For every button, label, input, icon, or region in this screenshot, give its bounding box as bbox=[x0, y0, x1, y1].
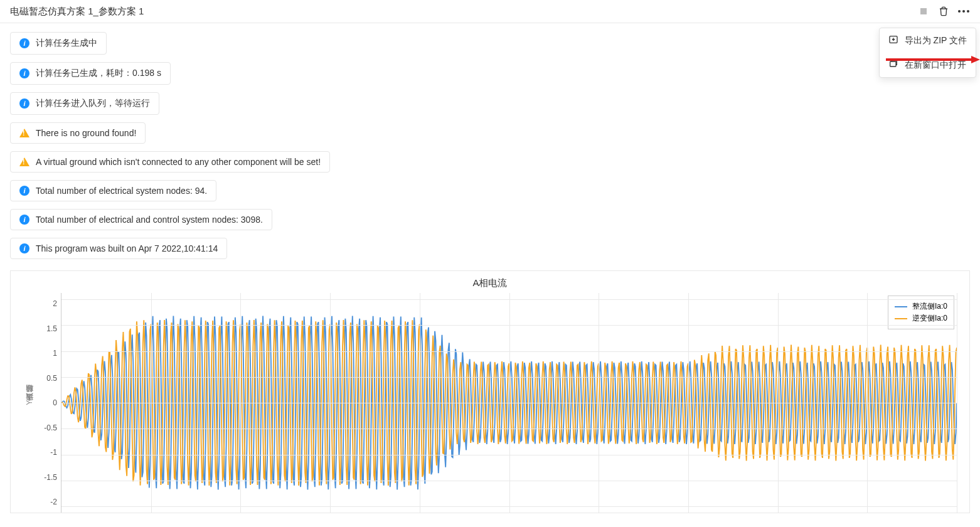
chart-title: A相电流 bbox=[23, 277, 957, 289]
plot-area[interactable]: 整流侧Ia:0 逆变侧Ia:0 bbox=[61, 293, 957, 513]
info-icon: i bbox=[19, 38, 29, 48]
grid-line-v bbox=[957, 293, 957, 513]
warning-icon bbox=[19, 129, 29, 137]
y-tick: 2 bbox=[53, 299, 57, 308]
message-pill: iTotal number of electrical system nodes… bbox=[10, 180, 216, 201]
grid-line-v bbox=[778, 293, 779, 513]
warning-icon bbox=[19, 157, 29, 166]
y-tick: -0.5 bbox=[44, 423, 57, 432]
chart-area: 点击输入 Y 轴标题 21.510.50-0.5-1-1.5-2 整流侧Ia:0… bbox=[23, 293, 957, 513]
svg-point-2 bbox=[962, 10, 965, 13]
header-actions bbox=[917, 5, 970, 18]
legend-item-1[interactable]: 逆变侧Ia:0 bbox=[895, 313, 947, 324]
legend-label-0: 整流侧Ia:0 bbox=[912, 301, 947, 312]
export-icon bbox=[888, 35, 898, 46]
y-tick: 1 bbox=[53, 349, 57, 358]
chart-legend: 整流侧Ia:0 逆变侧Ia:0 bbox=[888, 295, 954, 329]
message-text: 计算任务已生成，耗时：0.198 s bbox=[36, 68, 161, 79]
export-zip-label: 导出为 ZIP 文件 bbox=[905, 35, 967, 46]
grid-line-v bbox=[867, 293, 868, 513]
legend-swatch-0 bbox=[895, 306, 907, 307]
svg-point-1 bbox=[958, 10, 961, 13]
legend-label-1: 逆变侧Ia:0 bbox=[912, 313, 947, 324]
legend-item-0[interactable]: 整流侧Ia:0 bbox=[895, 301, 947, 312]
message-text: 计算任务生成中 bbox=[36, 38, 97, 49]
delete-icon[interactable] bbox=[937, 5, 950, 18]
info-icon: i bbox=[19, 215, 29, 225]
message-pill: i计算任务生成中 bbox=[10, 32, 107, 55]
y-tick: -1 bbox=[50, 448, 57, 457]
message-text: Total number of electrical and control s… bbox=[36, 215, 263, 225]
grid-line-v bbox=[330, 293, 331, 513]
message-text: There is no ground found! bbox=[36, 128, 136, 138]
messages-list: i计算任务生成中i计算任务已生成，耗时：0.198 si计算任务进入队列，等待运… bbox=[10, 32, 970, 267]
message-pill: iThis program was built on Apr 7 2022,10… bbox=[10, 238, 227, 259]
page-title: 电磁暂态仿真方案 1_参数方案 1 bbox=[10, 6, 144, 18]
message-text: 计算任务进入队列，等待运行 bbox=[36, 98, 150, 109]
message-pill: iTotal number of electrical and control … bbox=[10, 209, 272, 230]
y-tick: -2 bbox=[50, 498, 57, 506]
message-text: This program was built on Apr 7 2022,10:… bbox=[36, 243, 218, 253]
info-icon: i bbox=[19, 68, 29, 78]
more-dropdown: 导出为 ZIP 文件 在新窗口中打开 bbox=[879, 28, 976, 78]
legend-swatch-1 bbox=[895, 318, 907, 319]
export-zip-item[interactable]: 导出为 ZIP 文件 bbox=[880, 28, 976, 53]
y-axis-label[interactable]: 点击输入 Y 轴标题 bbox=[23, 293, 36, 513]
open-new-window-label: 在新窗口中打开 bbox=[905, 60, 966, 71]
content-area: i计算任务生成中i计算任务已生成，耗时：0.198 si计算任务进入队列，等待运… bbox=[0, 23, 980, 522]
message-pill: A virtual ground which isn't connected t… bbox=[10, 151, 330, 173]
y-tick: 0 bbox=[53, 398, 57, 407]
y-tick: 0.5 bbox=[46, 374, 57, 383]
grid-line-v bbox=[509, 293, 510, 513]
chart-panel: A相电流 点击输入 Y 轴标题 21.510.50-0.5-1-1.5-2 整流… bbox=[10, 270, 970, 513]
info-icon: i bbox=[19, 186, 29, 196]
svg-rect-5 bbox=[890, 61, 895, 67]
new-window-icon bbox=[888, 59, 898, 71]
y-axis-ticks: 21.510.50-0.5-1-1.5-2 bbox=[36, 293, 61, 513]
y-tick: 1.5 bbox=[46, 324, 57, 333]
grid-line-v bbox=[240, 293, 241, 513]
svg-rect-0 bbox=[920, 8, 927, 14]
message-text: Total number of electrical system nodes:… bbox=[36, 186, 207, 196]
y-tick: -1.5 bbox=[44, 473, 57, 482]
header-bar: 电磁暂态仿真方案 1_参数方案 1 bbox=[0, 0, 980, 23]
grid-line-v bbox=[420, 293, 420, 513]
more-icon[interactable] bbox=[957, 5, 970, 18]
grid-line-v bbox=[688, 293, 689, 513]
svg-point-3 bbox=[967, 10, 969, 13]
message-pill: There is no ground found! bbox=[10, 122, 146, 144]
message-pill: i计算任务进入队列，等待运行 bbox=[10, 92, 159, 115]
info-icon: i bbox=[19, 98, 29, 109]
stop-icon[interactable] bbox=[917, 5, 930, 18]
grid-line-v bbox=[151, 293, 152, 513]
info-icon: i bbox=[19, 243, 29, 253]
open-new-window-item[interactable]: 在新窗口中打开 bbox=[880, 53, 976, 77]
grid-line-v bbox=[599, 293, 599, 513]
message-pill: i计算任务已生成，耗时：0.198 s bbox=[10, 62, 171, 85]
message-text: A virtual ground which isn't connected t… bbox=[36, 157, 321, 167]
